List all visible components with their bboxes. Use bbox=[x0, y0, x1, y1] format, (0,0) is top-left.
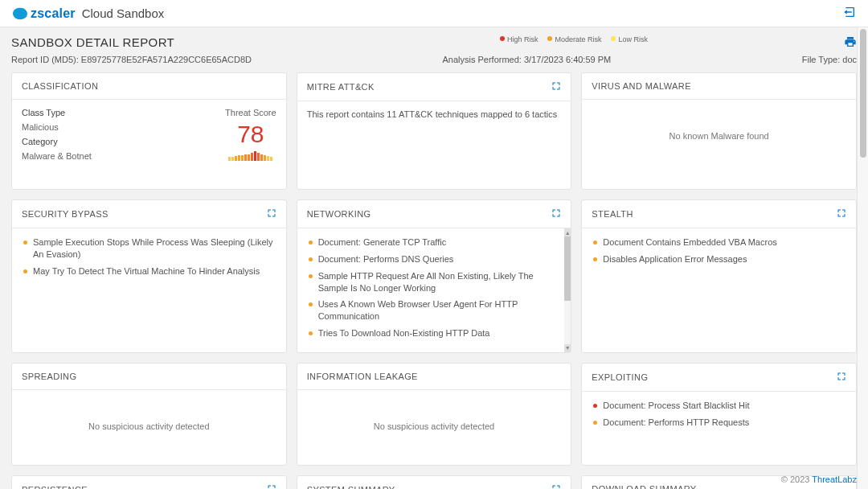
card-persistence: PERSISTENCE Creates Temporary Files bbox=[11, 475, 287, 489]
expand-icon[interactable] bbox=[551, 484, 561, 489]
card-title: STEALTH bbox=[592, 209, 633, 219]
list-item: Sample HTTP Request Are All Non Existing… bbox=[307, 270, 557, 294]
card-title: VIRUS AND MALWARE bbox=[592, 81, 691, 91]
scroll-up-icon[interactable]: ▲ bbox=[564, 228, 571, 236]
file-type: File Type: doc bbox=[802, 55, 857, 64]
category-label: Category bbox=[22, 137, 92, 146]
card-title: MITRE ATT&CK bbox=[307, 82, 375, 92]
stealth-list: Document Contains Embedded VBA Macros Di… bbox=[592, 236, 846, 265]
list-item: Document: Generate TCP Traffic bbox=[307, 236, 557, 249]
threat-score-value: 78 bbox=[237, 121, 264, 148]
threat-bar-icon bbox=[228, 151, 272, 161]
expand-icon[interactable] bbox=[267, 484, 276, 489]
security-bypass-list: Sample Execution Stops While Process Was… bbox=[22, 236, 276, 277]
card-title: SYSTEM SUMMARY bbox=[307, 485, 395, 489]
list-item: Document Contains Embedded VBA Macros bbox=[592, 236, 846, 249]
content: SANDBOX DETAIL REPORT High Risk Moderate… bbox=[0, 27, 868, 489]
topbar: zscaler Cloud Sandbox bbox=[0, 0, 868, 27]
list-item: Disables Application Error Messages bbox=[592, 253, 846, 265]
virus-empty-text: No known Malware found bbox=[592, 108, 846, 164]
high-risk-label: High Risk bbox=[507, 35, 538, 43]
card-networking: NETWORKING Document: Generate TCP Traffi… bbox=[297, 199, 572, 353]
page-scrollbar[interactable] bbox=[857, 27, 868, 489]
threat-score-block: Threat Score 78 bbox=[225, 108, 276, 161]
sub-header: Report ID (MD5): E89725778E52FA571A229CC… bbox=[11, 55, 857, 64]
scroll-thumb[interactable] bbox=[860, 29, 866, 158]
class-type-value: Malicious bbox=[22, 122, 92, 132]
expand-icon[interactable] bbox=[837, 372, 846, 383]
expand-icon[interactable] bbox=[837, 208, 846, 220]
leakage-empty-text: No suspicious activity detected bbox=[307, 398, 562, 454]
card-stealth: STEALTH Document Contains Embedded VBA M… bbox=[581, 199, 857, 353]
brand-logo: zscaler bbox=[11, 6, 76, 21]
card-system-summary: SYSTEM SUMMARY Reads Internet Explorer S… bbox=[297, 475, 572, 489]
card-title: NETWORKING bbox=[307, 209, 371, 219]
brand-name: zscaler bbox=[31, 6, 76, 21]
product-name: Cloud Sandbox bbox=[82, 6, 165, 20]
moderate-risk-label: Moderate Risk bbox=[555, 35, 601, 43]
networking-list: Document: Generate TCP Traffic Document:… bbox=[307, 236, 557, 339]
card-title: EXPLOITING bbox=[592, 372, 648, 382]
scroll-down-icon[interactable]: ▼ bbox=[564, 344, 571, 352]
high-risk-dot-icon bbox=[500, 36, 505, 41]
list-item: Tries To Download Non-Existing HTTP Data bbox=[307, 327, 557, 339]
threat-score-label: Threat Score bbox=[225, 108, 276, 117]
print-icon[interactable] bbox=[844, 37, 857, 51]
expand-icon[interactable] bbox=[551, 81, 561, 92]
footer-brand: ThreatLabz bbox=[812, 475, 857, 484]
networking-scrollbar[interactable]: ▲ ▼ bbox=[564, 228, 571, 352]
low-risk-label: Low Risk bbox=[618, 35, 648, 43]
report-header: SANDBOX DETAIL REPORT High Risk Moderate… bbox=[11, 35, 857, 51]
cards-grid: CLASSIFICATION Class Type Malicious Cate… bbox=[11, 72, 857, 489]
list-item: Document: Performs DNS Queries bbox=[307, 253, 557, 265]
list-item: May Try To Detect The Virtual Machine To… bbox=[22, 265, 276, 277]
low-risk-dot-icon bbox=[611, 36, 616, 41]
exploiting-list: Document: Process Start Blacklist Hit Do… bbox=[592, 400, 846, 429]
spreading-empty-text: No suspicious activity detected bbox=[22, 398, 276, 454]
card-classification: CLASSIFICATION Class Type Malicious Cate… bbox=[11, 72, 287, 190]
risk-legend: High Risk Moderate Risk Low Risk bbox=[500, 35, 648, 43]
mitre-text: This report contains 11 ATT&CK technique… bbox=[307, 109, 558, 119]
card-exploiting: EXPLOITING Document: Process Start Black… bbox=[581, 363, 857, 466]
card-mitre: MITRE ATT&CK This report contains 11 ATT… bbox=[297, 72, 572, 190]
expand-icon[interactable] bbox=[267, 208, 276, 220]
scroll-thumb[interactable] bbox=[564, 236, 571, 301]
list-item: Document: Performs HTTP Requests bbox=[592, 417, 846, 429]
card-virus-malware: VIRUS AND MALWARE No known Malware found bbox=[581, 72, 857, 190]
card-title: DOWNLOAD SUMMARY bbox=[592, 484, 696, 489]
class-type-label: Class Type bbox=[22, 108, 92, 117]
card-security-bypass: SECURITY BYPASS Sample Execution Stops W… bbox=[11, 199, 287, 353]
moderate-risk-dot-icon bbox=[547, 36, 552, 41]
zscaler-logo-icon bbox=[11, 6, 29, 21]
report-title: SANDBOX DETAIL REPORT bbox=[11, 35, 500, 49]
list-item: Sample Execution Stops While Process Was… bbox=[22, 236, 276, 261]
category-value: Malware & Botnet bbox=[22, 151, 92, 161]
footer: © 2023 ThreatLabz bbox=[781, 475, 857, 484]
expand-icon[interactable] bbox=[551, 208, 561, 220]
logout-icon[interactable] bbox=[842, 6, 857, 22]
card-title: CLASSIFICATION bbox=[22, 81, 98, 91]
analysis-timestamp: Analysis Performed: 3/17/2023 6:40:59 PM bbox=[252, 55, 802, 64]
report-id: Report ID (MD5): E89725778E52FA571A229CC… bbox=[11, 55, 252, 64]
card-title: SPREADING bbox=[22, 372, 76, 381]
footer-copyright: © 2023 bbox=[781, 475, 810, 484]
list-item: Document: Process Start Blacklist Hit bbox=[592, 400, 846, 412]
card-title: SECURITY BYPASS bbox=[22, 209, 108, 219]
card-title: PERSISTENCE bbox=[22, 485, 88, 489]
list-item: Uses A Known Web Browser User Agent For … bbox=[307, 298, 557, 323]
card-info-leakage: INFORMATION LEAKAGE No suspicious activi… bbox=[297, 363, 572, 466]
card-spreading: SPREADING No suspicious activity detecte… bbox=[11, 363, 287, 466]
card-title: INFORMATION LEAKAGE bbox=[307, 372, 418, 381]
brand: zscaler Cloud Sandbox bbox=[11, 6, 164, 21]
